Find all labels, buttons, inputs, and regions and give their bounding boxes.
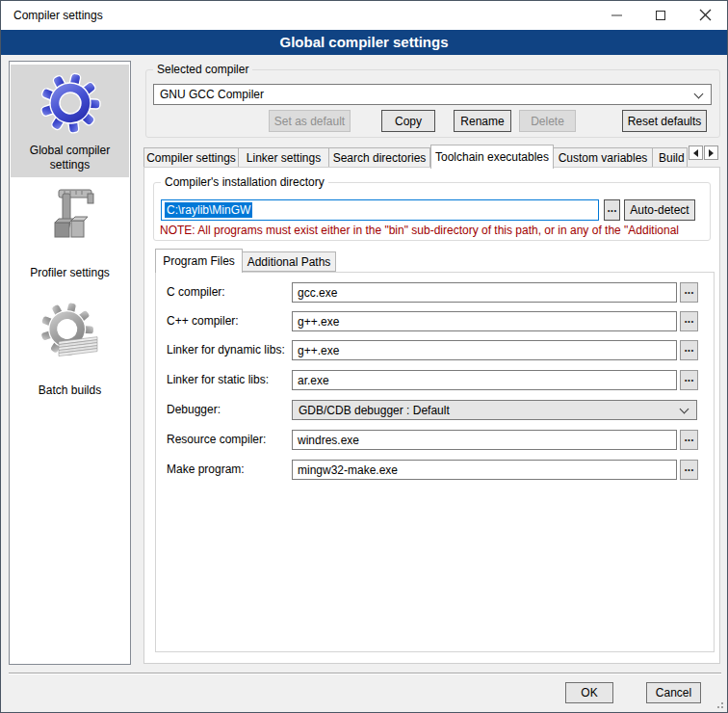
- debugger-select-value: GDB/CDB debugger : Default: [299, 404, 450, 417]
- window-title: Compiler settings: [13, 1, 103, 30]
- page-title: Global compiler settings: [1, 30, 727, 55]
- close-icon: [699, 9, 712, 21]
- make-program-value: mingw32-make.exe: [298, 463, 398, 477]
- tab-scroll-left-button[interactable]: [689, 145, 703, 160]
- gray-gear-stack-icon: [39, 302, 101, 363]
- resource-compiler-browse-button[interactable]: ...: [680, 430, 698, 450]
- linker-static-browse-button[interactable]: ...: [680, 370, 698, 390]
- blue-gear-icon: [39, 72, 101, 134]
- chevron-down-icon: [680, 405, 689, 414]
- linker-dynamic-browse-button[interactable]: ...: [680, 340, 698, 360]
- cpp-compiler-label: C++ compiler:: [167, 314, 239, 328]
- delete-button[interactable]: Delete: [519, 110, 576, 132]
- tab-compiler-settings[interactable]: Compiler settings: [143, 147, 239, 168]
- copy-button[interactable]: Copy: [381, 110, 435, 132]
- c-compiler-value: gcc.exe: [298, 286, 337, 300]
- auto-detect-button[interactable]: Auto-detect: [624, 199, 695, 221]
- tab-linker-settings[interactable]: Linker settings: [239, 147, 329, 168]
- maximize-icon: [656, 11, 665, 20]
- tab-toolchain-executables[interactable]: Toolchain executables: [430, 145, 554, 169]
- settings-tabstrip: Compiler settings Linker settings Search…: [143, 145, 718, 168]
- installation-directory-group-label: Compiler's installation directory: [161, 175, 328, 189]
- bin-subdirectory-note: NOTE: All programs must exist either in …: [160, 224, 715, 237]
- tab-build-options[interactable]: Build options: [653, 147, 688, 168]
- linker-static-value: ar.exe: [298, 374, 329, 387]
- cpp-compiler-value: g++.exe: [298, 315, 339, 329]
- subtab-program-files[interactable]: Program Files: [155, 249, 243, 273]
- tab-search-directories[interactable]: Search directories: [329, 147, 430, 168]
- selected-compiler-group-label: Selected compiler: [153, 63, 252, 76]
- compiler-select[interactable]: GNU GCC Compiler: [153, 84, 712, 105]
- set-as-default-button[interactable]: Set as default: [269, 110, 351, 132]
- close-button[interactable]: [683, 1, 727, 29]
- tab-custom-variables[interactable]: Custom variables: [554, 147, 653, 168]
- sidebar-item-profiler-settings[interactable]: Profiler settings: [10, 266, 130, 280]
- cancel-button[interactable]: Cancel: [646, 682, 701, 703]
- make-program-browse-button[interactable]: ...: [680, 460, 698, 480]
- ok-button[interactable]: OK: [565, 682, 613, 703]
- cpp-compiler-browse-button[interactable]: ...: [680, 311, 698, 331]
- titlebar[interactable]: Compiler settings: [1, 1, 727, 30]
- rename-button[interactable]: Rename: [454, 110, 511, 132]
- settings-category-list: Global compiler settings: [9, 61, 131, 665]
- linker-dynamic-input[interactable]: g++.exe: [292, 340, 677, 360]
- compiler-settings-dialog: Compiler settings Global compiler settin…: [0, 0, 728, 713]
- minimize-icon: [611, 14, 622, 16]
- minimize-button[interactable]: [594, 1, 638, 29]
- c-compiler-browse-button[interactable]: ...: [680, 282, 698, 303]
- install-dir-input[interactable]: C:\raylib\MinGW: [161, 199, 599, 221]
- c-compiler-label: C compiler:: [167, 285, 225, 299]
- linker-dynamic-value: g++.exe: [298, 344, 339, 357]
- install-dir-selected-text: C:\raylib\MinGW: [165, 202, 252, 218]
- debugger-label: Debugger:: [167, 403, 221, 416]
- subtab-additional-paths[interactable]: Additional Paths: [243, 251, 336, 272]
- linker-static-input[interactable]: ar.exe: [292, 370, 677, 390]
- c-compiler-input[interactable]: gcc.exe: [292, 282, 677, 303]
- debugger-select[interactable]: GDB/CDB debugger : Default: [292, 400, 697, 420]
- sidebar-item-label: Global compiler settings: [10, 144, 130, 172]
- chevron-down-icon: [694, 90, 704, 99]
- make-program-input[interactable]: mingw32-make.exe: [292, 460, 677, 480]
- right-triangle-icon: [709, 149, 714, 157]
- cpp-compiler-input[interactable]: g++.exe: [292, 311, 677, 331]
- tab-scroll-right-button[interactable]: [704, 145, 718, 160]
- footer-divider: [9, 673, 721, 674]
- paths-subtabstrip: Program Files Additional Paths: [155, 249, 336, 272]
- resource-compiler-input[interactable]: windres.exe: [292, 430, 677, 450]
- compiler-select-value: GNU GCC Compiler: [160, 88, 264, 101]
- resource-compiler-label: Resource compiler:: [167, 433, 266, 446]
- make-program-label: Make program:: [167, 462, 245, 476]
- caliper-icon: [39, 184, 101, 246]
- linker-static-label: Linker for static libs:: [167, 373, 269, 386]
- reset-defaults-button[interactable]: Reset defaults: [622, 110, 707, 132]
- left-triangle-icon: [693, 149, 698, 157]
- sidebar-item-batch-builds[interactable]: Batch builds: [10, 383, 130, 398]
- install-dir-browse-button[interactable]: ...: [604, 199, 620, 221]
- linker-dynamic-label: Linker for dynamic libs:: [167, 343, 285, 356]
- resource-compiler-value: windres.exe: [298, 434, 359, 447]
- maximize-button[interactable]: [638, 1, 683, 29]
